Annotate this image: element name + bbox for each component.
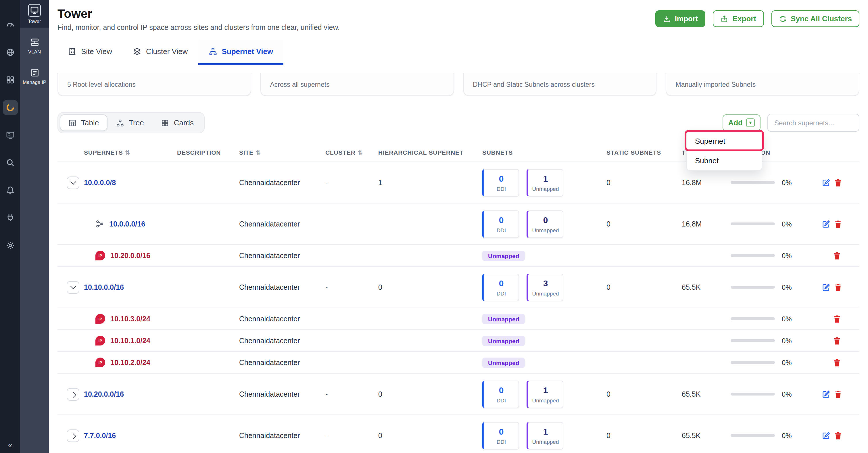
add-menu: Supernet Subnet — [686, 131, 762, 171]
tree-icon — [116, 119, 124, 127]
ip-pin-icon: IP — [95, 336, 105, 345]
sidebar-item-label: VLAN — [28, 49, 41, 55]
delete-button[interactable] — [834, 281, 843, 293]
edit-button[interactable] — [822, 388, 831, 400]
supernet-link[interactable]: 10.10.3.0/24 — [111, 315, 150, 323]
stat-card-imported: Manually imported Subnets — [666, 73, 860, 96]
import-button[interactable]: Import — [655, 10, 706, 27]
supernet-link[interactable]: 10.0.0.0/8 — [84, 179, 116, 186]
unmapped-subnets-box: 1Unmapped — [527, 422, 563, 449]
search-icon[interactable] — [3, 155, 18, 170]
add-menu-item-supernet[interactable]: Supernet — [687, 132, 762, 151]
export-button[interactable]: Export — [713, 10, 764, 27]
sidebar-item-vlan[interactable]: VLAN — [20, 33, 49, 58]
edit-button[interactable] — [822, 177, 831, 188]
site-cell: Chennaidatacenter — [235, 220, 321, 228]
delete-button[interactable] — [831, 357, 843, 368]
tab-supernet-view[interactable]: Supernet View — [198, 40, 283, 65]
ddi-subnets-box: 0DDI — [482, 273, 519, 301]
supernet-link[interactable]: 10.20.0.0/16 — [111, 251, 150, 260]
dns-globe-icon[interactable] — [3, 45, 18, 60]
site-cell: Chennaidatacenter — [235, 431, 321, 440]
sync-all-clusters-button[interactable]: Sync All Clusters — [771, 10, 859, 27]
utilization-bar — [731, 339, 775, 342]
delete-button[interactable] — [831, 335, 843, 346]
row-actions — [819, 177, 857, 188]
supernet-link[interactable]: 7.7.0.0/16 — [84, 431, 116, 440]
ddi-subnets-box: 0DDI — [482, 169, 519, 196]
supernet-table: SUPERNETS⇅ DESCRIPTION SITE⇅ CLUSTER⇅ HI… — [58, 143, 859, 453]
delete-button[interactable] — [834, 177, 843, 188]
utilization-percent: 0% — [782, 315, 792, 323]
column-supernets[interactable]: SUPERNETS⇅ — [79, 149, 173, 156]
subnets-cell: 0DDI 1Unmapped — [478, 169, 602, 196]
collapse-sidebar-button[interactable]: « — [0, 441, 20, 450]
unmapped-subnets-box: 3Unmapped — [527, 273, 563, 301]
utilization-bar — [731, 222, 775, 225]
unmapped-badge: Unmapped — [482, 313, 525, 324]
supernet-link[interactable]: 10.10.0.0/16 — [84, 283, 124, 291]
sidebar-item-manage-ip[interactable]: Manage IP — [20, 64, 49, 89]
supernet-link[interactable]: 10.10.1.0/24 — [111, 337, 150, 344]
edit-button[interactable] — [822, 430, 831, 441]
supernet-link[interactable]: 10.0.0.0/16 — [109, 220, 145, 228]
ip-pin-icon: IP — [95, 358, 105, 367]
utilization-cell: 0% — [726, 431, 819, 440]
view-cards-button[interactable]: Cards — [153, 114, 202, 131]
notifications-icon[interactable] — [3, 183, 18, 198]
manage-ip-icon — [30, 68, 39, 78]
tab-site-view[interactable]: Site View — [58, 40, 122, 65]
row-expander[interactable] — [67, 176, 79, 189]
settings-icon[interactable] — [3, 238, 18, 253]
supernet-icon — [208, 47, 217, 56]
sidebar-item-tower[interactable]: Tower — [20, 0, 49, 28]
stat-card-caption: Across all supernets — [270, 81, 330, 88]
row-expander[interactable] — [67, 388, 79, 400]
unmapped-subnets-box: 0Unmapped — [527, 210, 563, 238]
devices-icon[interactable] — [3, 128, 18, 143]
subnets-cell: 0DDI 1Unmapped — [478, 422, 602, 449]
delete-button[interactable] — [834, 430, 843, 441]
hierarchical-supernet-cell: 1 — [374, 179, 478, 186]
sidebar-item-label: Tower — [28, 19, 41, 24]
table-body: 10.0.0.0/8Chennaidatacenter-1 0DDI 1Unma… — [58, 162, 859, 453]
utilization-bar — [731, 361, 775, 364]
utilization-cell: 0% — [726, 179, 819, 186]
row-actions — [819, 357, 857, 368]
chevron-right-icon — [70, 392, 76, 398]
integrations-icon[interactable] — [3, 210, 18, 225]
apps-icon[interactable] — [3, 72, 18, 87]
column-static-subnets: STATIC SUBNETS — [602, 149, 677, 156]
row-expander[interactable] — [67, 281, 79, 294]
table-row: IP10.10.2.0/24ChennaidatacenterUnmapped0… — [58, 352, 859, 374]
unmapped-subnets-box: 1Unmapped — [527, 380, 563, 408]
dashboard-icon[interactable] — [3, 17, 18, 32]
search-input[interactable] — [767, 114, 859, 132]
supernet-link[interactable]: 10.10.2.0/24 — [111, 358, 150, 366]
utilization-percent: 0% — [782, 431, 792, 440]
sync-icon — [779, 14, 787, 23]
table-row: IP10.10.3.0/24ChennaidatacenterUnmapped0… — [58, 308, 859, 330]
row-expander[interactable] — [67, 429, 79, 442]
ipam-icon[interactable] — [3, 100, 18, 115]
view-table-button[interactable]: Table — [60, 114, 107, 131]
delete-button[interactable] — [831, 250, 843, 261]
add-menu-item-subnet[interactable]: Subnet — [687, 151, 762, 170]
edit-button[interactable] — [822, 218, 831, 230]
view-tabs: Site View Cluster View Supernet View — [58, 40, 859, 65]
tab-cluster-view[interactable]: Cluster View — [122, 40, 198, 65]
delete-button[interactable] — [834, 218, 843, 230]
table-icon — [68, 119, 76, 127]
edit-button[interactable] — [822, 281, 831, 293]
column-site[interactable]: SITE⇅ — [235, 149, 321, 156]
supernet-link[interactable]: 10.20.0.0/16 — [84, 390, 124, 398]
stat-cards: 5 Root-level allocations Across all supe… — [58, 73, 859, 96]
column-cluster[interactable]: CLUSTER⇅ — [321, 149, 374, 156]
chevron-down-icon — [70, 283, 76, 289]
add-button[interactable]: Add ▾ — [722, 114, 761, 131]
site-cell: Chennaidatacenter — [235, 251, 321, 260]
view-tree-button[interactable]: Tree — [107, 114, 153, 131]
delete-button[interactable] — [831, 313, 843, 325]
delete-button[interactable] — [834, 388, 843, 400]
cards-icon — [161, 119, 169, 127]
